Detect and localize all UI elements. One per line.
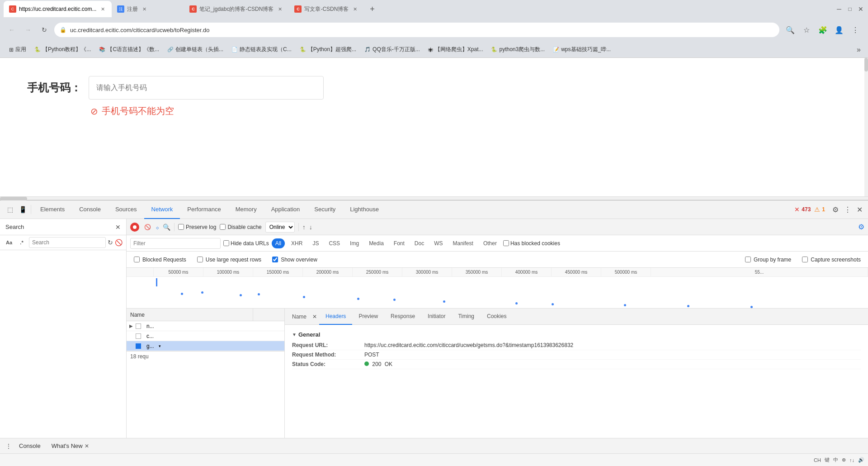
- whatsnew-close-icon[interactable]: ✕: [85, 443, 89, 449]
- status-sound[interactable]: 🔊: [858, 457, 864, 463]
- upload-icon[interactable]: ↑: [302, 223, 306, 231]
- bookmark-list[interactable]: 🔗 创建单链表（头插...: [164, 43, 227, 56]
- detail-tab-timing[interactable]: Timing: [452, 309, 481, 325]
- table-row[interactable]: c...: [127, 331, 284, 341]
- filter-ws-button[interactable]: WS: [430, 238, 446, 248]
- disable-cache-input[interactable]: [220, 224, 226, 230]
- has-blocked-cookies-checkbox[interactable]: Has blocked cookies: [503, 240, 560, 247]
- devtools-inspect-icon[interactable]: ⬚: [4, 203, 16, 216]
- bookmark-crawler[interactable]: 🐍 【Python】超强爬...: [296, 43, 360, 56]
- bookmarks-more-button[interactable]: »: [855, 44, 863, 56]
- name-header[interactable]: Name: [127, 309, 253, 321]
- search-regex[interactable]: .*: [16, 237, 27, 248]
- search-input[interactable]: [32, 239, 103, 246]
- new-tab-button[interactable]: +: [366, 3, 378, 15]
- capture-screenshots-option[interactable]: Capture screenshots: [802, 257, 861, 263]
- disable-cache-checkbox[interactable]: Disable cache: [220, 224, 261, 230]
- forward-button[interactable]: →: [22, 24, 34, 36]
- url-bar[interactable]: 🔒 uc.creditcard.ecitic.com/citiccard/ucw…: [54, 23, 779, 37]
- record-button[interactable]: [130, 223, 139, 232]
- status-keyboard[interactable]: 键: [825, 456, 830, 463]
- capture-screenshots-input[interactable]: [802, 257, 808, 262]
- download-icon[interactable]: ↓: [309, 223, 312, 231]
- has-blocked-cookies-input[interactable]: [503, 240, 509, 246]
- devtools-device-icon[interactable]: 📱: [16, 203, 29, 216]
- timeline-body[interactable]: [127, 277, 868, 309]
- stop-button[interactable]: 🚫: [143, 223, 152, 232]
- status-add[interactable]: ⊕: [842, 457, 846, 463]
- tab-console[interactable]: Console: [72, 200, 108, 219]
- use-large-rows-input[interactable]: [197, 257, 203, 262]
- filter-css-button[interactable]: CSS: [325, 238, 344, 248]
- throttle-select[interactable]: Online: [265, 222, 295, 233]
- detail-tab-cookies[interactable]: Cookies: [481, 309, 513, 325]
- reload-button[interactable]: ↻: [38, 24, 51, 36]
- hide-data-urls-checkbox[interactable]: Hide data URLs: [223, 240, 269, 247]
- search-refresh-icon[interactable]: ↻: [108, 239, 113, 246]
- status-lang[interactable]: 中: [833, 456, 838, 463]
- tab-2[interactable]: 注 注册 ✕: [112, 1, 184, 17]
- bookmark-c[interactable]: 📚 【C语言描述】《数...: [95, 43, 163, 56]
- filter-xhr-button[interactable]: XHR: [288, 238, 306, 248]
- detail-tab-preview[interactable]: Preview: [352, 309, 384, 325]
- tab-sources[interactable]: Sources: [108, 200, 144, 219]
- show-overview-input[interactable]: [272, 257, 278, 262]
- tab-lighthouse[interactable]: Lighthouse: [343, 200, 386, 219]
- devtools-bottom-icon[interactable]: ⋮: [5, 442, 12, 450]
- error-badge[interactable]: ✕ 473 ⚠ 1: [791, 205, 829, 214]
- tab-4[interactable]: C 写文章-CSDN博客 ✕: [289, 1, 364, 17]
- tab-3[interactable]: C 笔记_jgdabc的博客-CSDN博客 ✕: [184, 1, 289, 17]
- tab-elements[interactable]: Elements: [33, 200, 72, 219]
- devtools-close-icon[interactable]: ✕: [855, 204, 864, 216]
- filter-font-button[interactable]: Font: [390, 238, 408, 248]
- show-overview-option[interactable]: Show overview: [272, 257, 317, 263]
- bookmark-apps[interactable]: ⊞ 应用: [5, 43, 30, 56]
- row1-checkbox[interactable]: [136, 323, 141, 329]
- search-network-icon[interactable]: 🔍: [163, 223, 170, 231]
- group-by-frame-option[interactable]: Group by frame: [745, 257, 791, 263]
- detail-name-close[interactable]: ✕: [310, 312, 319, 321]
- table-row[interactable]: g... ▾: [127, 341, 284, 351]
- horizontal-scrollbar[interactable]: [0, 196, 868, 200]
- h-scroll-thumb[interactable]: [0, 197, 27, 200]
- extension-icon[interactable]: 🧩: [816, 23, 830, 37]
- more-icon[interactable]: ⋮: [848, 23, 863, 37]
- search-case-sensitive[interactable]: Aa: [4, 237, 14, 248]
- tab-close-1[interactable]: ✕: [99, 5, 106, 13]
- filter-other-button[interactable]: Other: [480, 238, 500, 248]
- tab-close-2[interactable]: ✕: [141, 5, 148, 13]
- filter-input[interactable]: [130, 238, 221, 249]
- detail-tab-headers[interactable]: Headers: [319, 309, 352, 325]
- devtools-settings-icon[interactable]: ⚙: [830, 204, 840, 216]
- tab-security[interactable]: Security: [307, 200, 343, 219]
- use-large-rows-option[interactable]: Use large request rows: [197, 257, 261, 263]
- filter-js-button[interactable]: JS: [309, 238, 322, 248]
- search-close-button[interactable]: ✕: [115, 223, 121, 231]
- tab-close-4[interactable]: ✕: [351, 5, 359, 13]
- tab-close-3[interactable]: ✕: [276, 5, 283, 13]
- filter-manifest-button[interactable]: Manifest: [449, 238, 477, 248]
- scroll-thumb[interactable]: [864, 58, 868, 71]
- bookmark-xpath[interactable]: 🕷 【网络爬虫】Xpat...: [425, 43, 487, 56]
- blocked-requests-input[interactable]: [134, 257, 140, 262]
- group-by-frame-input[interactable]: [745, 257, 751, 262]
- table-row[interactable]: ▶ n...: [127, 321, 284, 331]
- filter-img-button[interactable]: Img: [346, 238, 363, 248]
- row2-checkbox[interactable]: [136, 333, 141, 339]
- status-ch[interactable]: CH: [814, 457, 821, 463]
- bookmark-wps[interactable]: 📝 wps基础技巧篇_哔...: [549, 43, 614, 56]
- bookmark-py3[interactable]: 🐍 python3爬虫与数...: [487, 43, 548, 56]
- status-upload[interactable]: ↑↓: [849, 457, 854, 463]
- search-block-icon[interactable]: 🚫: [115, 239, 123, 246]
- devtools-menu-icon[interactable]: ⋮: [842, 204, 853, 216]
- bookmark-python[interactable]: 🐍 【Python教程】《...: [31, 43, 94, 56]
- general-section-header[interactable]: ▼ General: [292, 328, 861, 341]
- filter-settings-icon[interactable]: ⚙: [858, 223, 864, 231]
- close-button[interactable]: ✕: [857, 5, 864, 13]
- bookmark-static[interactable]: 📄 静态链表及实现（C...: [228, 43, 295, 56]
- profile-icon[interactable]: 👤: [832, 23, 846, 37]
- tab-application[interactable]: Application: [264, 200, 307, 219]
- row3-checkbox[interactable]: [136, 343, 141, 349]
- detail-tab-response[interactable]: Response: [384, 309, 421, 325]
- tab-1[interactable]: C https://uc.creditcard.ecitic.com... ✕: [4, 1, 112, 17]
